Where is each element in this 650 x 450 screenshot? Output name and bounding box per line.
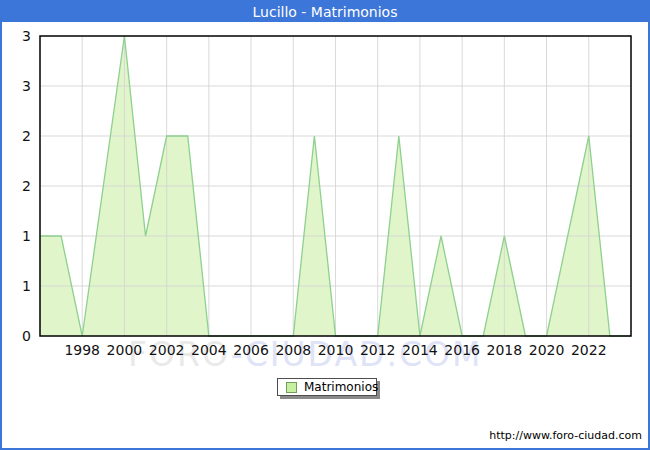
y-tick-label: 2 (22, 128, 31, 144)
watermark-foro-text: FORO (128, 335, 231, 374)
legend-label: Matrimonios (304, 380, 378, 394)
x-tick-label: 2022 (571, 342, 607, 358)
y-tick-label: 3 (22, 78, 31, 94)
legend: Matrimonios (277, 378, 377, 396)
series-line (40, 36, 631, 336)
watermark-ciudad-text: -CIUDAD.COM (231, 335, 483, 374)
x-tick-label: 2020 (529, 342, 565, 358)
legend-swatch-icon (286, 382, 297, 393)
watermark: FORO-CIUDAD.COM (128, 338, 482, 371)
chart-title: Lucillo - Matrimonios (253, 4, 398, 20)
area-fill (40, 36, 631, 336)
y-tick-label: 1 (22, 278, 31, 294)
y-tick-label: 1 (22, 228, 31, 244)
plot-frame (40, 36, 631, 336)
chart-window: Lucillo - Matrimonios FORO-CIUDAD.COM 19… (0, 0, 650, 450)
window-titlebar: Lucillo - Matrimonios (2, 2, 648, 22)
footer-url: http://www.foro-ciudad.com (489, 429, 642, 442)
y-tick-label: 3 (22, 28, 31, 44)
x-tick-label: 2018 (487, 342, 523, 358)
x-tick-label: 1998 (64, 342, 100, 358)
y-tick-label: 2 (22, 178, 31, 194)
y-tick-label: 0 (22, 328, 31, 344)
